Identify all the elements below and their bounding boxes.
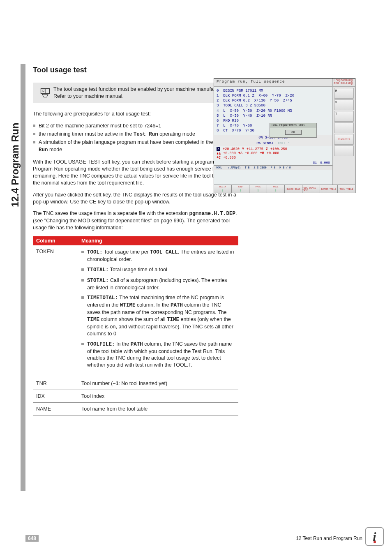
shot-title: Program run, full sequence xyxy=(214,78,332,86)
list-item: A simulation of the plain language progr… xyxy=(33,139,238,154)
side-title: 12.4 Program Run xyxy=(9,108,21,207)
dialog-title: Tool requirement test xyxy=(270,123,316,127)
paragraph: The TNC saves the usage times in a separ… xyxy=(33,210,238,231)
cell-name-meaning: Tool name from the tool table xyxy=(78,403,238,416)
cell-idx-name: IDX xyxy=(33,390,78,403)
right-btn-t[interactable]: T xyxy=(334,111,354,122)
softkey-page-up[interactable]: PAGE⇧ xyxy=(249,185,267,193)
spindle-row: S10.000 xyxy=(214,161,332,165)
manual-icon: ☑ xyxy=(37,87,53,99)
bottom-strip: NOML.☼:MAN(0)T 5Z S 2500F 0M 5 / 9 xyxy=(214,165,332,170)
right-button-bar: M S T DIAGNOSIS xyxy=(332,87,355,185)
col-header-column: Column xyxy=(33,236,78,245)
dialog-ok-button[interactable]: OK xyxy=(285,130,302,135)
paragraph: After you have clicked the soft key, the… xyxy=(33,192,238,205)
softkey-page-down[interactable]: PAGE⇩ xyxy=(267,185,285,193)
list-item: Bit 2 of the machine parameter must be s… xyxy=(33,122,238,129)
softkey-begin[interactable]: BEGIN⇧ xyxy=(214,185,232,193)
section-heading: Tool usage test xyxy=(33,66,238,74)
side-title-container: 12.4 Program Run xyxy=(5,62,21,267)
coordinate-panel: X+20.4020 Y+11.2775 Z+100.250 ✱a+0.000+A… xyxy=(214,146,332,161)
shot-side-head: Programming and editing xyxy=(332,78,355,86)
right-btn-s[interactable]: S xyxy=(334,99,354,110)
right-btn-blank[interactable] xyxy=(334,122,354,133)
table-row: TOKEN TOOL: Tool usage time per TOOL CAL… xyxy=(33,245,238,377)
softkey-block-scan[interactable]: BLOCK SCAN xyxy=(285,185,302,193)
softkey-tool-usage-test[interactable]: TOOL USAGE TEST xyxy=(302,185,320,193)
softkey-end[interactable]: END⇩ xyxy=(232,185,249,193)
note-text: The tool usage test function must be ena… xyxy=(53,86,234,100)
info-table: Column Meaning TOKEN TOOL: Tool usage ti… xyxy=(33,236,238,416)
list-item: the machining timer must be active in th… xyxy=(33,131,238,138)
right-btn-m[interactable]: M xyxy=(334,88,354,99)
right-btn-diagnosis[interactable]: DIAGNOSIS xyxy=(334,134,354,145)
paragraph: With the TOOL USAGE TEST soft key, you c… xyxy=(33,159,238,187)
prereq-list: Bit 2 of the machine parameter must be s… xyxy=(33,122,238,154)
cell-tnr-name: TNR xyxy=(33,377,78,390)
softkey-datum-table[interactable]: DATUM TABLE xyxy=(320,185,338,193)
note-box: ☑ The tool usage test function must be e… xyxy=(33,83,238,103)
table-row: TNR Tool number (–1: No tool inserted ye… xyxy=(33,377,238,390)
page-footer: 648 12 Test Run and Program Run xyxy=(25,535,362,542)
chapter-label: 12 Test Run and Program Run xyxy=(296,536,362,541)
info-icon: i xyxy=(365,527,384,546)
table-row: IDX Tool index xyxy=(33,390,238,403)
softkey-bar: BEGIN⇧ END⇩ PAGE⇧ PAGE⇩ BLOCK SCAN TOOL … xyxy=(214,185,355,193)
table-row: NAME Tool name from the tool table xyxy=(33,403,238,416)
col-header-meaning: Meaning xyxy=(78,236,238,245)
cell-name-name: NAME xyxy=(33,403,78,416)
cnc-screenshot: Program run, full sequence Programming a… xyxy=(214,78,355,193)
softkey-tool-table[interactable]: TOOL TABLE xyxy=(338,185,355,193)
cell-idx-meaning: Tool index xyxy=(78,390,238,403)
side-accent-bar xyxy=(21,64,25,491)
cell-token-name: TOKEN xyxy=(33,245,78,377)
right-btn-blank2[interactable] xyxy=(334,145,354,156)
svg-text:☑: ☑ xyxy=(42,89,45,93)
cell-tnr-meaning: Tool number (–1: No tool inserted yet) xyxy=(78,377,238,390)
page-number: 648 xyxy=(25,535,39,542)
intro-text: The following are prerequisites for a to… xyxy=(33,111,238,118)
status-line-2: 0% SENmJ LIMIT 1 xyxy=(214,141,332,146)
main-content: Tool usage test ☑ The tool usage test fu… xyxy=(33,66,238,416)
dialog-tool-test: Tool requirement test OK xyxy=(270,123,317,138)
cell-token-meaning: TOOL: Tool usage time per TOOL CALL. The… xyxy=(78,245,238,377)
